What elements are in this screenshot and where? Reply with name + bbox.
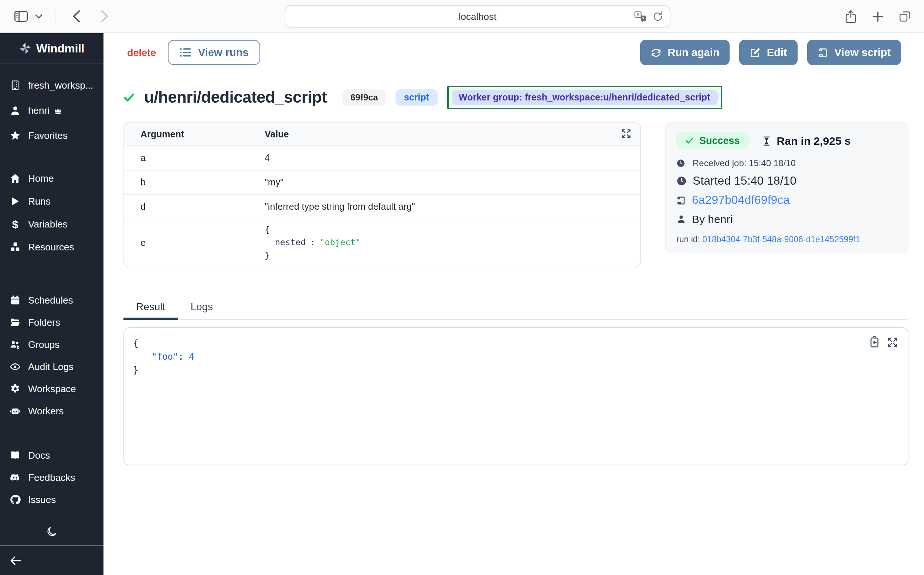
hourglass-icon bbox=[762, 135, 771, 146]
tab-result[interactable]: Result bbox=[123, 300, 178, 319]
sidebar-item-schedules[interactable]: Schedules bbox=[0, 289, 104, 311]
sidebar-item-label: Schedules bbox=[28, 295, 73, 306]
sidebar-item-variables[interactable]: $ Variables bbox=[0, 213, 104, 236]
title-row: u/henri/dedicated_script 69f9ca script W… bbox=[123, 86, 908, 109]
copy-to-clipboard-icon[interactable] bbox=[869, 336, 879, 348]
job-id-link[interactable]: 6a297b04df69f9ca bbox=[692, 194, 790, 207]
worker-group-highlight: Worker group: fresh_workspace:u/henri/de… bbox=[447, 86, 722, 109]
github-icon bbox=[10, 494, 21, 505]
sidebar-item-label: henri bbox=[28, 105, 49, 116]
sidebar-item-label: Workers bbox=[28, 405, 64, 416]
calendar-icon bbox=[10, 295, 21, 306]
sidebar-toggle-icon[interactable] bbox=[12, 7, 30, 25]
sidebar-item-groups[interactable]: Groups bbox=[0, 334, 104, 356]
dark-mode-moon-icon[interactable] bbox=[46, 526, 58, 538]
screen: localhost Ax bbox=[0, 0, 924, 575]
expand-result-icon[interactable] bbox=[887, 336, 898, 348]
back-button[interactable] bbox=[67, 7, 85, 25]
script-hash-badge[interactable]: 69f9ca bbox=[342, 89, 386, 106]
new-tab-icon[interactable] bbox=[872, 11, 883, 22]
edit-pencil-icon bbox=[750, 47, 761, 58]
sidebar: Windmill fresh_worksp... henri bbox=[0, 33, 104, 575]
tab-overview-icon[interactable] bbox=[899, 10, 911, 22]
sidebar-item-home[interactable]: Home bbox=[0, 167, 104, 190]
scroll-icon bbox=[676, 195, 686, 205]
run-info-panel: Success Ran in 2,925 s Re bbox=[665, 122, 908, 253]
sidebar-item-docs[interactable]: Docs bbox=[0, 444, 104, 466]
svg-text:A: A bbox=[636, 12, 640, 17]
main-content: delete View runs Run again bbox=[104, 33, 924, 575]
people-icon bbox=[10, 339, 21, 350]
run-id-link[interactable]: 018b4304-7b3f-548a-9006-d1e1452599f1 bbox=[702, 235, 860, 244]
user-icon bbox=[10, 105, 21, 116]
table-row: e { nested:"object" } bbox=[124, 219, 640, 267]
clock-icon bbox=[676, 159, 685, 168]
collapse-sidebar-arrow-icon[interactable] bbox=[10, 556, 22, 567]
view-script-label: View script bbox=[834, 46, 891, 58]
object-string-value: "object" bbox=[320, 237, 361, 248]
sidebar-item-runs[interactable]: Runs bbox=[0, 190, 104, 213]
robot-icon bbox=[10, 405, 21, 416]
sidebar-item-label: Home bbox=[28, 173, 54, 184]
started-text: Started 15:40 18/10 bbox=[693, 174, 797, 187]
json-key: "foo" bbox=[151, 351, 178, 362]
sidebar-item-feedbacks[interactable]: Feedbacks bbox=[0, 466, 104, 489]
expand-args-icon[interactable] bbox=[621, 129, 631, 139]
sidebar-item-workspace[interactable]: Workspace bbox=[0, 378, 104, 400]
view-runs-button[interactable]: View runs bbox=[168, 40, 260, 65]
sidebar-item-user[interactable]: henri bbox=[0, 98, 104, 123]
object-key: nested bbox=[275, 237, 306, 248]
by-user-text: By henri bbox=[692, 213, 733, 225]
sidebar-item-folders[interactable]: Folders bbox=[0, 311, 104, 334]
sidebar-item-label: Groups bbox=[28, 339, 59, 350]
translate-icon[interactable]: Ax bbox=[634, 11, 647, 22]
sidebar-item-audit-logs[interactable]: Audit Logs bbox=[0, 356, 104, 378]
refresh-icon bbox=[650, 47, 661, 58]
forward-button[interactable] bbox=[96, 7, 113, 25]
list-icon bbox=[180, 47, 191, 57]
arg-value: 4 bbox=[264, 153, 640, 163]
sidebar-item-label: Workspace bbox=[28, 383, 76, 394]
view-runs-label: View runs bbox=[198, 46, 249, 58]
share-icon[interactable] bbox=[845, 9, 857, 23]
gear-icon bbox=[10, 383, 21, 394]
tab-logs[interactable]: Logs bbox=[178, 300, 225, 319]
brand[interactable]: Windmill bbox=[0, 33, 104, 65]
sidebar-item-favorites[interactable]: Favorites bbox=[0, 123, 104, 148]
home-icon bbox=[10, 173, 21, 184]
address-bar[interactable]: localhost Ax bbox=[285, 5, 671, 28]
object-brace-close: } bbox=[264, 249, 640, 262]
reload-icon[interactable] bbox=[653, 11, 663, 22]
play-icon bbox=[10, 196, 21, 207]
sidebar-item-workspace-picker[interactable]: fresh_worksp... bbox=[0, 73, 104, 98]
person-icon bbox=[676, 214, 686, 224]
scroll-icon bbox=[817, 47, 828, 58]
result-panel: { "foo":4 } bbox=[123, 327, 908, 465]
arg-value: "inferred type string from default arg" bbox=[264, 202, 640, 212]
status-label: Success bbox=[699, 135, 740, 146]
arguments-table: Argument Value a 4 b "my" bbox=[123, 122, 641, 267]
delete-button[interactable]: delete bbox=[127, 47, 156, 58]
page-toolbar: delete View runs Run again bbox=[123, 40, 908, 65]
json-brace-open: { bbox=[133, 337, 908, 350]
status-badge: Success bbox=[676, 132, 749, 149]
table-row: b "my" bbox=[124, 171, 640, 195]
sidebar-item-label: fresh_worksp... bbox=[28, 80, 93, 91]
sidebar-item-label: Audit Logs bbox=[28, 361, 73, 372]
sidebar-item-workers[interactable]: Workers bbox=[0, 400, 104, 422]
arg-name: a bbox=[124, 153, 264, 163]
run-again-button[interactable]: Run again bbox=[640, 40, 730, 65]
arg-name: e bbox=[124, 238, 264, 248]
received-job-text: Received job: 15:40 18/10 bbox=[693, 158, 796, 168]
worker-group-badge[interactable]: Worker group: fresh_workspace:u/henri/de… bbox=[451, 90, 717, 105]
chevron-down-icon[interactable] bbox=[30, 7, 47, 25]
arguments-table-header: Argument Value bbox=[124, 122, 640, 146]
column-header-argument: Argument bbox=[124, 129, 264, 139]
run-id-label: run id: bbox=[676, 235, 700, 244]
run-duration: Ran in 2,925 s bbox=[762, 134, 851, 147]
edit-button[interactable]: Edit bbox=[739, 40, 798, 65]
book-icon bbox=[10, 450, 21, 461]
sidebar-item-issues[interactable]: Issues bbox=[0, 489, 104, 511]
view-script-button[interactable]: View script bbox=[807, 40, 901, 65]
sidebar-item-resources[interactable]: Resources bbox=[0, 236, 104, 259]
